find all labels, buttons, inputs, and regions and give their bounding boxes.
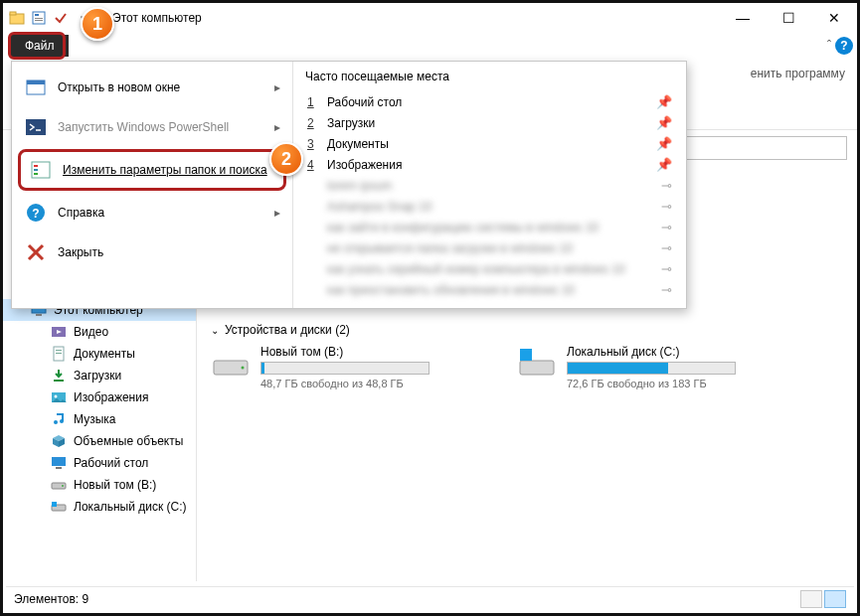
minimize-button[interactable]: — (720, 3, 766, 33)
frequent-item-blurred[interactable]: не открывается папка загрузки в windows … (305, 237, 674, 258)
frequent-item-blurred[interactable]: как приостановить обновления в windows 1… (305, 279, 674, 300)
drive-free-text: 48,7 ГБ свободно из 48,8 ГБ (260, 378, 430, 389)
frequent-label: Документы (327, 137, 389, 151)
svg-rect-14 (54, 380, 64, 382)
pin-icon[interactable]: 📌 (656, 94, 672, 109)
sidebar-label: Музыка (74, 412, 115, 426)
help-icon[interactable]: ? (835, 37, 853, 55)
pin-icon[interactable]: ⊸ (661, 261, 672, 276)
sidebar-item-vol-b[interactable]: Новый том (B:) (3, 474, 196, 496)
svg-point-17 (54, 420, 58, 424)
svg-rect-43 (34, 169, 38, 171)
window-controls: — ☐ ✕ (720, 3, 857, 33)
frequent-item-blurred[interactable]: lorem ipsum⊸ (305, 175, 674, 196)
sidebar-item-documents[interactable]: Документы (3, 343, 196, 365)
search-input[interactable] (662, 136, 847, 160)
sidebar-item-music[interactable]: Музыка (3, 408, 196, 430)
properties-icon[interactable] (29, 8, 49, 28)
ribbon-collapse-icon[interactable]: ˆ (827, 39, 831, 53)
sidebar-item-video[interactable]: Видео (3, 321, 196, 343)
sidebar-item-desktop[interactable]: Рабочий стол (3, 452, 196, 474)
drive-name: Новый том (B:) (260, 345, 430, 359)
checkmark-icon[interactable] (51, 8, 71, 28)
menu-powershell[interactable]: Запустить Windows PowerShell ▸ (12, 107, 292, 147)
drive-item-c[interactable]: Локальный диск (C:) 72,6 ГБ свободно из … (517, 345, 775, 389)
close-button[interactable]: ✕ (811, 3, 857, 33)
ribbon-right-controls: ˆ ? (827, 37, 853, 55)
svg-rect-5 (35, 20, 43, 21)
annotation-badge-1: 1 (81, 7, 114, 41)
frequent-label: Рабочий стол (327, 95, 402, 109)
svg-rect-40 (26, 119, 46, 135)
sidebar-label: Рабочий стол (74, 456, 148, 470)
svg-rect-4 (35, 18, 43, 19)
sidebar-label: Объемные объекты (74, 434, 183, 448)
annotation-outline-1 (8, 32, 66, 60)
desktop-icon (51, 455, 67, 471)
menu-help[interactable]: ? Справка ▸ (12, 193, 292, 232)
sidebar-label: Видео (74, 325, 108, 339)
music-icon (51, 411, 67, 427)
sidebar-label: Новый том (B:) (74, 478, 156, 492)
svg-point-22 (62, 485, 64, 487)
menu-folder-options[interactable]: Изменить параметры папок и поиска (18, 149, 286, 191)
frequent-label: lorem ipsum (327, 179, 392, 193)
svg-rect-37 (520, 349, 532, 361)
pin-icon[interactable]: 📌 (656, 136, 672, 151)
svg-point-35 (242, 367, 245, 370)
pin-icon[interactable]: ⊸ (661, 199, 672, 214)
pin-icon[interactable]: ⊸ (661, 240, 672, 255)
svg-rect-1 (10, 12, 16, 15)
svg-text:?: ? (32, 207, 39, 221)
pin-icon[interactable]: 📌 (656, 115, 672, 130)
svg-rect-24 (52, 502, 57, 507)
cube-icon (51, 433, 67, 449)
sidebar-item-3d-objects[interactable]: Объемные объекты (3, 430, 196, 452)
frequent-item[interactable]: 3Документы📌 (305, 133, 674, 154)
svg-rect-12 (56, 350, 62, 351)
svg-rect-39 (27, 80, 45, 84)
menu-label: Открыть в новом окне (58, 80, 180, 94)
sidebar-item-downloads[interactable]: Загрузки (3, 365, 196, 386)
file-menu-right: Часто посещаемые места 1Рабочий стол📌 2З… (292, 62, 686, 308)
svg-rect-19 (52, 457, 66, 466)
frequent-label: как приостановить обновления в windows 1… (327, 283, 575, 297)
annotation-badge-2: 2 (269, 142, 303, 176)
menubar: Файл (3, 33, 857, 59)
drive-icon (51, 499, 67, 515)
drive-usage-bar (260, 362, 430, 375)
chevron-down-icon: ⌄ (211, 325, 219, 336)
menu-open-new-window[interactable]: Открыть в новом окне ▸ (12, 68, 292, 107)
frequent-item-blurred[interactable]: как зайти в конфигурацию системы в windo… (305, 217, 674, 237)
pin-icon[interactable]: ⊸ (661, 178, 672, 193)
drives-section-header[interactable]: ⌄ Устройства и диски (2) (211, 323, 843, 337)
close-icon (24, 240, 48, 264)
sidebar-label: Изображения (74, 390, 148, 404)
pin-icon[interactable]: ⊸ (661, 282, 672, 297)
folder-icon (7, 8, 27, 28)
drive-item-b[interactable]: Новый том (B:) 48,7 ГБ свободно из 48,8 … (211, 345, 469, 389)
svg-rect-20 (56, 467, 62, 469)
view-details-button[interactable] (800, 590, 822, 608)
svg-rect-44 (34, 173, 38, 175)
pin-icon[interactable]: ⊸ (661, 220, 672, 234)
view-tiles-button[interactable] (824, 590, 846, 608)
menu-label: Закрыть (58, 245, 103, 259)
frequent-item-blurred[interactable]: как узнать серийный номер компьютера в w… (305, 258, 674, 279)
sidebar-item-vol-c[interactable]: Локальный диск (C:) (3, 496, 196, 518)
menu-close[interactable]: Закрыть (12, 232, 292, 272)
frequent-item-blurred[interactable]: Ashampoo Snap 10⊸ (305, 196, 674, 217)
maximize-button[interactable]: ☐ (766, 3, 811, 33)
file-menu-dropdown: Открыть в новом окне ▸ Запустить Windows… (11, 61, 687, 309)
titlebar: ▾ Этот компьютер — ☐ ✕ (3, 3, 857, 33)
frequent-item[interactable]: 1Рабочий стол📌 (305, 91, 674, 112)
frequent-item[interactable]: 4Изображения📌 (305, 154, 674, 175)
pin-icon[interactable]: 📌 (656, 157, 672, 172)
sidebar-item-pictures[interactable]: Изображения (3, 386, 196, 408)
options-icon (29, 158, 53, 182)
drive-icon (211, 345, 251, 385)
frequent-item[interactable]: 2Загрузки📌 (305, 112, 674, 133)
window-icon (24, 76, 48, 99)
svg-rect-36 (520, 361, 554, 375)
svg-point-18 (60, 419, 64, 423)
